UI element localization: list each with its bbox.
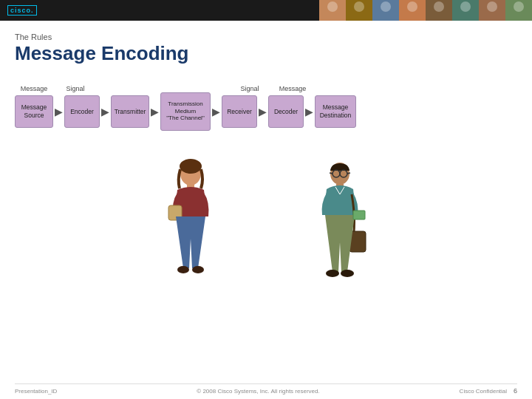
footer-left: Presentation_ID (15, 388, 57, 395)
footer-confidential: Cisco Confidential (460, 388, 507, 395)
svg-point-1 (180, 159, 202, 174)
footer-right: Cisco Confidential 6 (460, 387, 517, 395)
footer: Presentation_ID © 2008 Cisco Systems, In… (15, 383, 517, 395)
photo-5 (426, 0, 452, 21)
svg-point-15 (341, 270, 354, 277)
photo-8 (505, 0, 532, 21)
photo-4 (399, 0, 426, 21)
box-transmitter: Transmitter (111, 95, 149, 128)
svg-line-11 (347, 173, 350, 174)
page-number: 6 (514, 387, 517, 395)
photo-2 (346, 0, 372, 21)
box-encoder: Encoder (64, 95, 100, 128)
box-message-source: Message Source (15, 95, 53, 128)
label-message1: Message (15, 85, 53, 92)
footer-center: © 2008 Cisco Systems, Inc. All rights re… (57, 388, 459, 395)
photo-3 (372, 0, 399, 21)
subtitle: The Rules (15, 33, 517, 41)
svg-point-4 (177, 266, 189, 273)
female-svg (161, 157, 220, 298)
encoding-diagram: Message Signal Signal Message Message So… (15, 76, 517, 143)
diagram-labels: Message Signal Signal Message (15, 76, 517, 92)
box-transmission-medium: Transmission Medium "The Channel" (160, 92, 211, 131)
label-signal2: Signal (232, 85, 267, 92)
box-decoder: Decoder (268, 95, 304, 128)
top-banner: cisco. (0, 0, 532, 21)
arrow-5: ▶ (259, 106, 267, 117)
svg-rect-16 (353, 211, 365, 219)
male-svg (309, 157, 372, 298)
arrow-4: ▶ (212, 106, 220, 117)
arrow-6: ▶ (305, 106, 313, 117)
photo-7 (479, 0, 505, 21)
label-message2: Message (272, 85, 313, 92)
box-receiver: Receiver (222, 95, 257, 128)
photo-1 (319, 0, 346, 21)
people-illustration (15, 150, 517, 298)
page-title: Message Encoding (15, 43, 517, 64)
photo-6 (452, 0, 479, 21)
svg-point-5 (192, 266, 204, 273)
cisco-logo: cisco. (7, 5, 37, 16)
person-female (161, 157, 220, 298)
label-signal1: Signal (58, 85, 93, 92)
box-message-destination: Message Destination (315, 95, 356, 128)
main-content: The Rules Message Encoding Message Signa… (0, 21, 532, 399)
arrow-3: ▶ (151, 106, 159, 117)
arrow-1: ▶ (55, 106, 63, 117)
banner-photos (319, 0, 532, 21)
svg-line-10 (330, 173, 332, 174)
person-male (309, 157, 372, 298)
arrow-2: ▶ (101, 106, 109, 117)
diagram-boxes: Message Source ▶ Encoder ▶ Transmitter ▶… (15, 92, 517, 131)
svg-point-14 (326, 270, 339, 277)
